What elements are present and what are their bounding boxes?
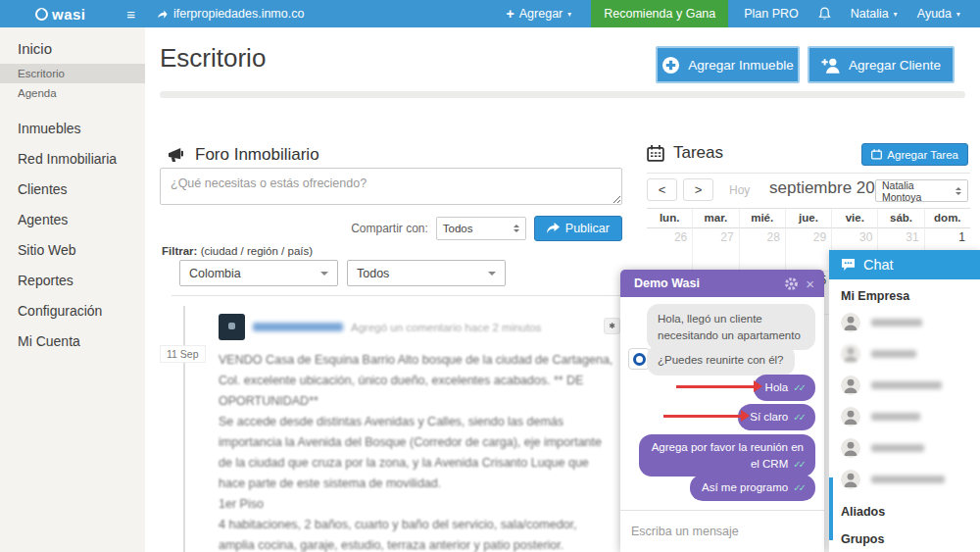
calendar-day[interactable]: 27 xyxy=(693,228,739,272)
add-property-button[interactable]: Agregar Inmueble xyxy=(656,46,800,83)
avatar xyxy=(219,314,245,340)
incoming-message: ¿Puedes reunirte con él? xyxy=(647,345,795,376)
calendar-today-button[interactable]: Hoy xyxy=(729,183,750,197)
chat-message-input[interactable] xyxy=(620,511,824,552)
post-meta: Agregó un comentario hace 2 minutos xyxy=(351,322,541,333)
close-icon[interactable]: × xyxy=(806,276,814,291)
calendar-day[interactable]: 26 xyxy=(647,228,693,272)
weekday-header: mié. xyxy=(740,209,786,228)
outgoing-message: Así me programo✓✓ xyxy=(690,475,815,501)
sidebar-item-mi-cuenta[interactable]: Mi Cuenta xyxy=(0,326,145,356)
contact-row[interactable] xyxy=(829,464,980,495)
wasi-logo[interactable]: wasi xyxy=(35,6,86,23)
sidebar-item-escritorio[interactable]: Escritorio xyxy=(0,64,145,83)
chevron-down-icon xyxy=(320,272,328,279)
post-body: VENDO Casa de Esquina Barrio Alto bosque… xyxy=(219,350,614,552)
chat-input-bar xyxy=(620,510,824,552)
weekday-header: vie. xyxy=(832,209,878,228)
sidebar-item-inmuebles[interactable]: Inmuebles xyxy=(0,113,145,143)
post-options-button[interactable]: ✱ xyxy=(604,318,620,334)
weekday-header: jue. xyxy=(786,209,832,228)
hamburger-icon[interactable]: ≡ xyxy=(126,6,135,23)
chat-panel-header[interactable]: Chat xyxy=(829,250,980,279)
wasi-logo-text: wasi xyxy=(52,6,86,23)
forum-heading: Foro Inmobiliario xyxy=(168,145,319,165)
calendar-day[interactable]: 28 xyxy=(740,228,786,272)
sidebar-item-sitio-web[interactable]: Sitio Web xyxy=(0,234,145,265)
forum-post: Agregó un comentario hace 2 minutos ✱ VE… xyxy=(219,314,614,552)
outgoing-message: Sí claro✓✓ xyxy=(738,404,815,430)
calendar-icon xyxy=(871,149,882,160)
forum-section: Foro Inmobiliario Compartir con: Todos P… xyxy=(160,137,622,552)
megaphone-icon xyxy=(168,147,186,164)
wasi-dashboard: wasi ≡ iferpropiedades.inmo.co + Agregar… xyxy=(0,0,980,552)
section-aliados[interactable]: Aliados xyxy=(829,495,980,523)
outgoing-message: Agrega por favor la reunión en el CRM✓✓ xyxy=(639,434,815,477)
chevron-down-icon: ▾ xyxy=(956,10,960,19)
plan-pro-link[interactable]: Plan PRO xyxy=(744,7,799,21)
post-header: Agregó un comentario hace 2 minutos xyxy=(219,314,614,340)
section-mi-empresa[interactable]: Mi Empresa xyxy=(829,279,980,307)
weekday-header: lun. xyxy=(647,209,693,228)
contact-row[interactable] xyxy=(829,338,980,370)
share-arrow-icon xyxy=(547,223,560,234)
chevron-down-icon xyxy=(488,272,496,279)
sidebar-item-agentes[interactable]: Agentes xyxy=(0,204,145,234)
add-client-button[interactable]: Agregar Cliente xyxy=(808,46,955,83)
read-receipt-icon: ✓✓ xyxy=(793,382,804,393)
weekday-header: dom. xyxy=(925,209,970,228)
timeline-line xyxy=(183,306,185,552)
avatar xyxy=(841,313,860,332)
agent-select[interactable]: Natalia Montoya xyxy=(875,179,968,202)
site-link[interactable]: iferpropiedades.inmo.co xyxy=(157,7,304,21)
share-select[interactable]: Todos xyxy=(436,217,526,240)
chat-window-body: Hola, llegó un cliente necesitando un ap… xyxy=(620,297,824,552)
avatar xyxy=(841,470,860,489)
tasks-divider xyxy=(647,173,970,174)
region-filter-select[interactable]: Todos xyxy=(347,260,506,286)
share-label: Compartir con: xyxy=(351,222,428,235)
post-author-link[interactable] xyxy=(253,323,343,331)
contact-name xyxy=(871,476,945,483)
sidebar-item-clientes[interactable]: Clientes xyxy=(0,174,145,204)
post-line: VENDO Casa de Esquina Barrio Alto bosque… xyxy=(219,350,614,412)
publish-button[interactable]: Publicar xyxy=(534,216,622,241)
sidebar-item-configuracion[interactable]: Configuración xyxy=(0,295,145,326)
weekday-header: mar. xyxy=(693,209,739,228)
contact-row[interactable] xyxy=(829,401,980,432)
calendar-prev-button[interactable]: < xyxy=(647,178,677,201)
filter-label: Filtrar: (ciudad / región / país) xyxy=(162,245,313,257)
sidebar-item-inicio[interactable]: Inicio xyxy=(0,27,145,64)
calendar-icon xyxy=(647,145,664,162)
contact-row[interactable] xyxy=(829,432,980,464)
contact-name xyxy=(871,444,924,452)
avatar xyxy=(841,438,860,458)
contact-name xyxy=(871,381,942,389)
recommend-button[interactable]: Recomienda y Gana xyxy=(591,0,728,27)
scrollbar[interactable] xyxy=(829,477,833,540)
annotation-arrow-icon xyxy=(676,385,755,388)
forum-post-input[interactable] xyxy=(160,168,622,205)
add-task-button[interactable]: Agregar Tarea xyxy=(861,143,968,166)
read-receipt-icon: ✓✓ xyxy=(793,459,804,470)
sidebar-item-reportes[interactable]: Reportes xyxy=(0,265,145,295)
topbar: wasi ≡ iferpropiedades.inmo.co + Agregar… xyxy=(0,0,980,27)
annotation-arrow-icon xyxy=(663,415,742,418)
help-menu[interactable]: Ayuda ▾ xyxy=(917,7,960,21)
notifications-bell[interactable] xyxy=(818,7,831,21)
sidebar-item-agenda[interactable]: Agenda xyxy=(0,83,145,103)
chat-bubble-icon xyxy=(841,258,856,272)
section-grupos[interactable]: Grupos xyxy=(829,523,980,550)
country-filter-select[interactable]: Colombia xyxy=(179,260,338,286)
add-menu[interactable]: + Agregar ▾ xyxy=(507,6,572,22)
calendar-day[interactable]: 29 xyxy=(786,228,832,272)
select-arrows-icon xyxy=(514,222,519,235)
outgoing-message: Hola✓✓ xyxy=(754,375,815,401)
contact-row[interactable] xyxy=(829,307,980,338)
bell-icon xyxy=(818,7,831,21)
gear-icon[interactable] xyxy=(784,276,799,291)
contact-row[interactable] xyxy=(829,370,980,401)
user-menu[interactable]: Natalia ▾ xyxy=(851,7,898,21)
calendar-next-button[interactable]: > xyxy=(683,178,713,201)
sidebar-item-red-inmobiliaria[interactable]: Red Inmobiliaria xyxy=(0,143,145,174)
